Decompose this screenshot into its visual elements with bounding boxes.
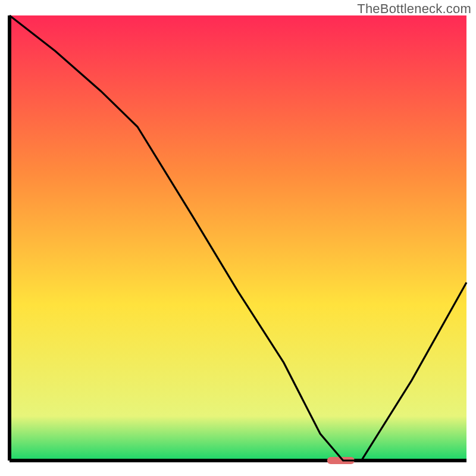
bottleneck-chart [0, 0, 476, 476]
chart-container: TheBottleneck.com [0, 0, 476, 476]
watermark-text: TheBottleneck.com [357, 1, 471, 17]
plot-background [10, 15, 466, 461]
